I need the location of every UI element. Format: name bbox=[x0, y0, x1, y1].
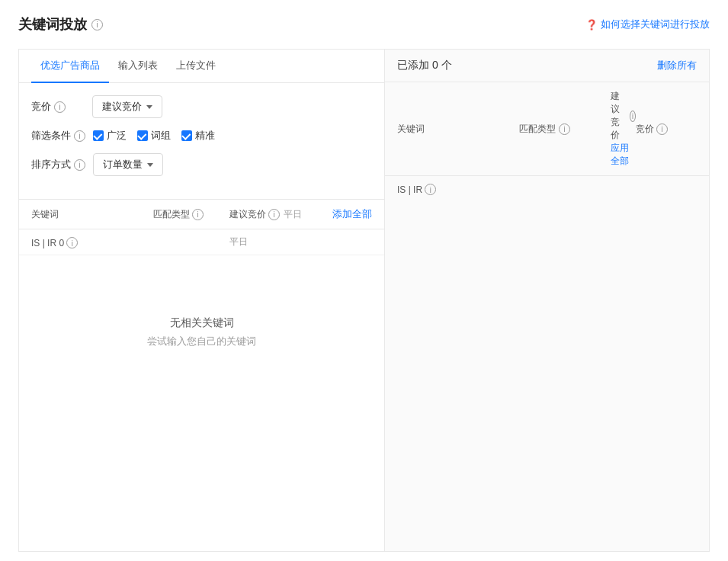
right-is-ir-info-icon[interactable]: i bbox=[425, 184, 436, 195]
right-col-match-label: 匹配类型 bbox=[519, 123, 556, 136]
empty-state: 无相关关键词 尝试输入您自己的关键词 bbox=[19, 255, 384, 409]
is-ir-info-icon[interactable]: i bbox=[66, 237, 78, 248]
sort-label: 排序方式 i bbox=[31, 158, 85, 172]
is-ir-text: IS | IR 0 bbox=[31, 238, 64, 248]
kw-bid-cell: 平日 bbox=[229, 236, 326, 248]
apply-all-link[interactable]: 应用全部 bbox=[611, 142, 636, 168]
checkbox-exact-box bbox=[181, 130, 192, 141]
right-is-ir-text: IS | IR bbox=[397, 184, 422, 195]
chevron-down-icon bbox=[146, 105, 152, 109]
bid-info-icon[interactable]: i bbox=[54, 101, 66, 113]
right-col-price-header: 竞价 i bbox=[636, 123, 697, 136]
sort-info-icon[interactable]: i bbox=[74, 159, 85, 171]
is-ir-badge: IS | IR 0 i bbox=[31, 237, 153, 248]
bid-col-info-icon[interactable]: i bbox=[268, 209, 280, 220]
filter-info-icon[interactable]: i bbox=[74, 130, 85, 142]
page-title-info-icon[interactable]: i bbox=[91, 19, 103, 30]
question-icon: ❓ bbox=[585, 19, 598, 30]
page-container: 关键词投放 i ❓ 如何选择关键词进行投放 优选广告商品 输入列表 上传文件 竞… bbox=[0, 0, 728, 561]
bid-row: 竞价 i 建议竞价 bbox=[31, 95, 372, 118]
checkbox-exact[interactable]: 精准 bbox=[181, 129, 215, 143]
bid-dropdown[interactable]: 建议竞价 bbox=[92, 95, 162, 118]
bid-sub-label: 平日 bbox=[284, 208, 302, 221]
kw-name-cell: IS | IR 0 i bbox=[31, 236, 153, 248]
tab-input-list[interactable]: 输入列表 bbox=[109, 50, 167, 83]
add-all-button[interactable]: 添加全部 bbox=[332, 208, 372, 220]
remove-all-button[interactable]: 删除所有 bbox=[657, 59, 697, 72]
right-match-info-icon[interactable]: i bbox=[559, 123, 570, 135]
sort-option-text: 订单数量 bbox=[103, 158, 143, 172]
right-bid-info-icon[interactable]: i bbox=[630, 111, 636, 122]
right-kw-header: 关键词 匹配类型 i 建议竞价 i 应用全部 竞价 i bbox=[385, 82, 709, 176]
match-info-icon[interactable]: i bbox=[192, 209, 204, 220]
tab-preferred-products[interactable]: 优选广告商品 bbox=[31, 50, 109, 83]
checkbox-broad-box bbox=[93, 130, 104, 141]
page-title: 关键词投放 bbox=[18, 15, 87, 34]
sort-chevron-down-icon bbox=[147, 163, 153, 167]
right-panel: 已添加 0 个 删除所有 关键词 匹配类型 i 建议竞价 i 应用全部 bbox=[385, 50, 709, 551]
right-col-bid-label-wrap: 建议竞价 i bbox=[611, 90, 636, 142]
right-col-match-header: 匹配类型 i bbox=[519, 123, 611, 136]
bid-option-text: 建议竞价 bbox=[102, 100, 142, 114]
right-is-ir-row: IS | IR i bbox=[385, 176, 709, 203]
right-col-keyword-label: 关键词 bbox=[397, 123, 425, 134]
kw-col-keyword-label: 关键词 bbox=[31, 209, 59, 220]
empty-state-subtitle: 尝试输入您自己的关键词 bbox=[147, 335, 256, 348]
checkbox-phrase[interactable]: 词组 bbox=[137, 129, 171, 143]
tabs: 优选广告商品 输入列表 上传文件 bbox=[19, 50, 384, 83]
filter-label: 筛选条件 i bbox=[31, 129, 85, 143]
checkbox-broad[interactable]: 广泛 bbox=[93, 129, 127, 143]
checkbox-broad-label: 广泛 bbox=[107, 129, 127, 143]
added-count: 已添加 0 个 bbox=[397, 59, 452, 72]
kw-col-match-label: 匹配类型 bbox=[153, 208, 190, 221]
table-row: IS | IR 0 i 平日 bbox=[19, 229, 384, 255]
right-panel-header: 已添加 0 个 删除所有 bbox=[385, 50, 709, 82]
right-col-keyword-header: 关键词 bbox=[397, 123, 519, 136]
right-col-price-label: 竞价 bbox=[636, 123, 654, 136]
kw-table-header: 关键词 匹配类型 i 建议竞价 i 平日 添加全部 bbox=[19, 200, 384, 229]
checkbox-phrase-box bbox=[137, 130, 148, 141]
bid-label: 竞价 i bbox=[31, 100, 85, 114]
bid-label-text: 竞价 bbox=[31, 100, 51, 114]
form-section: 竞价 i 建议竞价 筛选条件 i bbox=[19, 83, 384, 199]
right-col-bid-label: 建议竞价 bbox=[611, 90, 627, 142]
checkbox-phrase-label: 词组 bbox=[151, 129, 171, 143]
tab-upload-file[interactable]: 上传文件 bbox=[167, 50, 225, 83]
checkbox-group: 广泛 词组 精准 bbox=[93, 129, 215, 143]
main-content: 优选广告商品 输入列表 上传文件 竞价 i 建议竞价 bbox=[18, 49, 710, 552]
sort-dropdown[interactable]: 订单数量 bbox=[93, 153, 163, 176]
kw-col-bid-label: 建议竞价 bbox=[229, 208, 266, 221]
kw-bid-value: 平日 bbox=[229, 236, 248, 247]
right-col-bid-header: 建议竞价 i 应用全部 bbox=[611, 90, 636, 168]
empty-state-title: 无相关关键词 bbox=[170, 316, 234, 330]
sort-row: 排序方式 i 订单数量 bbox=[31, 153, 372, 176]
filter-label-text: 筛选条件 bbox=[31, 129, 71, 143]
page-title-wrap: 关键词投放 i bbox=[18, 15, 103, 34]
help-link-text: 如何选择关键词进行投放 bbox=[601, 18, 710, 31]
kw-col-bid-header: 建议竞价 i 平日 bbox=[229, 208, 326, 221]
filter-row: 筛选条件 i 广泛 词组 精 bbox=[31, 129, 372, 143]
left-panel: 优选广告商品 输入列表 上传文件 竞价 i 建议竞价 bbox=[19, 50, 385, 551]
kw-col-match-header: 匹配类型 i bbox=[153, 208, 229, 221]
page-header: 关键词投放 i ❓ 如何选择关键词进行投放 bbox=[18, 15, 710, 34]
kw-col-keyword-header: 关键词 bbox=[31, 208, 153, 221]
help-link[interactable]: ❓ 如何选择关键词进行投放 bbox=[585, 18, 710, 31]
kw-col-action-header: 添加全部 bbox=[326, 207, 372, 221]
right-price-info-icon[interactable]: i bbox=[656, 123, 668, 135]
sort-label-text: 排序方式 bbox=[31, 158, 71, 172]
checkbox-exact-label: 精准 bbox=[195, 129, 215, 143]
